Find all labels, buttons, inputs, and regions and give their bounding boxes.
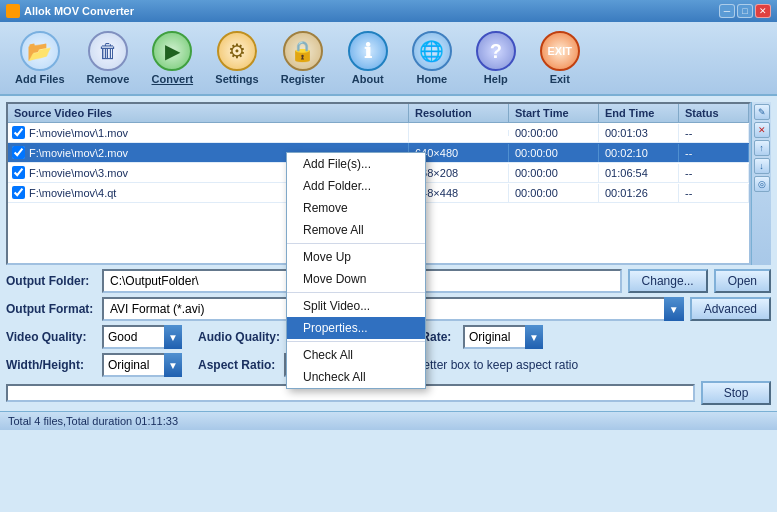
- about-label: About: [352, 73, 384, 85]
- row4-end: 00:01:26: [599, 184, 679, 202]
- file-list-header: Source Video Files Resolution Start Time…: [8, 104, 749, 123]
- status-bar: Total 4 files,Total duration 01:11:33: [0, 411, 777, 430]
- exit-button[interactable]: EXIT Exit: [530, 26, 590, 90]
- row1-path: F:\movie\mov\1.mov: [29, 127, 128, 139]
- open-button[interactable]: Open: [714, 269, 771, 293]
- register-label: Register: [281, 73, 325, 85]
- row2-checkbox[interactable]: [12, 146, 25, 159]
- table-row[interactable]: F:\movie\mov\1.mov 00:00:00 00:01:03 --: [8, 123, 749, 143]
- row1-end: 00:01:03: [599, 124, 679, 142]
- ctx-check-all[interactable]: Check All: [287, 344, 425, 366]
- ctx-properties[interactable]: Properties...: [287, 317, 425, 339]
- row2-path: F:\movie\mov\2.mov: [29, 147, 128, 159]
- home-icon: 🌐: [412, 31, 452, 71]
- exit-icon: EXIT: [540, 31, 580, 71]
- row3-checkbox[interactable]: [12, 166, 25, 179]
- video-quality-select[interactable]: Good: [102, 325, 182, 349]
- row1-resolution: [409, 130, 509, 136]
- move-up-button[interactable]: ↑: [754, 140, 770, 156]
- frame-rate-select[interactable]: Original: [463, 325, 543, 349]
- ctx-split-video[interactable]: Split Video...: [287, 295, 425, 317]
- change-button[interactable]: Change...: [628, 269, 708, 293]
- width-height-wrapper: Original ▼: [102, 353, 182, 377]
- output-format-label: Output Format:: [6, 302, 96, 316]
- settings-button[interactable]: ⚙ Settings: [206, 26, 267, 90]
- row3-path: F:\movie\mov\3.mov: [29, 167, 128, 179]
- add-files-icon: 📂: [20, 31, 60, 71]
- context-menu: Add File(s)... Add Folder... Remove Remo…: [286, 152, 426, 389]
- row1-start: 00:00:00: [509, 124, 599, 142]
- convert-label: Convert: [152, 73, 194, 85]
- exit-label: Exit: [550, 73, 570, 85]
- col-start: Start Time: [509, 104, 599, 122]
- move-down-button[interactable]: ↓: [754, 158, 770, 174]
- row2-status: --: [679, 144, 749, 162]
- advanced-button[interactable]: Advanced: [690, 297, 771, 321]
- add-files-label: Add Files: [15, 73, 65, 85]
- info-button[interactable]: ◎: [754, 176, 770, 192]
- col-resolution: Resolution: [409, 104, 509, 122]
- row3-start: 00:00:00: [509, 164, 599, 182]
- ctx-add-files[interactable]: Add File(s)...: [287, 153, 425, 175]
- maximize-button[interactable]: □: [737, 4, 753, 18]
- width-height-label: Width/Height:: [6, 358, 96, 372]
- video-quality-label: Video Quality:: [6, 330, 96, 344]
- ctx-remove[interactable]: Remove: [287, 197, 425, 219]
- convert-icon: ▶: [152, 31, 192, 71]
- close-button[interactable]: ✕: [755, 4, 771, 18]
- help-label: Help: [484, 73, 508, 85]
- col-end: End Time: [599, 104, 679, 122]
- video-quality-wrapper: Good ▼: [102, 325, 182, 349]
- help-button[interactable]: ? Help: [466, 26, 526, 90]
- help-icon: ?: [476, 31, 516, 71]
- output-folder-label: Output Folder:: [6, 274, 96, 288]
- about-icon: ℹ: [348, 31, 388, 71]
- app-title: Allok MOV Converter: [24, 5, 134, 17]
- ctx-sep3: [287, 341, 425, 342]
- home-button[interactable]: 🌐 Home: [402, 26, 462, 90]
- ctx-move-up[interactable]: Move Up: [287, 246, 425, 268]
- ctx-move-down[interactable]: Move Down: [287, 268, 425, 290]
- row4-status: --: [679, 184, 749, 202]
- audio-quality-label: Audio Quality:: [198, 330, 280, 344]
- row2-start: 00:00:00: [509, 144, 599, 162]
- toolbar: 📂 Add Files 🗑 Remove ▶ Convert ⚙ Setting…: [0, 22, 777, 96]
- register-button[interactable]: 🔒 Register: [272, 26, 334, 90]
- ctx-uncheck-all[interactable]: Uncheck All: [287, 366, 425, 388]
- row3-status: --: [679, 164, 749, 182]
- stop-button[interactable]: Stop: [701, 381, 771, 405]
- title-bar: Allok MOV Converter ─ □ ✕: [0, 0, 777, 22]
- col-status: Status: [679, 104, 749, 122]
- register-icon: 🔒: [283, 31, 323, 71]
- ctx-sep2: [287, 292, 425, 293]
- ctx-sep1: [287, 243, 425, 244]
- file-list-section: Source Video Files Resolution Start Time…: [6, 102, 771, 265]
- row3-end: 01:06:54: [599, 164, 679, 182]
- settings-label: Settings: [215, 73, 258, 85]
- row4-checkbox[interactable]: [12, 186, 25, 199]
- status-text: Total 4 files,Total duration 01:11:33: [8, 415, 178, 427]
- width-height-select[interactable]: Original: [102, 353, 182, 377]
- remove-button[interactable]: 🗑 Remove: [78, 26, 139, 90]
- row2-end: 00:02:10: [599, 144, 679, 162]
- convert-button[interactable]: ▶ Convert: [142, 26, 202, 90]
- settings-icon: ⚙: [217, 31, 257, 71]
- row4-path: F:\movie\mov\4.qt: [29, 187, 116, 199]
- ctx-add-folder[interactable]: Add Folder...: [287, 175, 425, 197]
- delete-button[interactable]: ✕: [754, 122, 770, 138]
- main-area: Source Video Files Resolution Start Time…: [0, 96, 777, 411]
- remove-icon: 🗑: [88, 31, 128, 71]
- col-source: Source Video Files: [8, 104, 409, 122]
- about-button[interactable]: ℹ About: [338, 26, 398, 90]
- app-icon: [6, 4, 20, 18]
- row4-start: 00:00:00: [509, 184, 599, 202]
- aspect-ratio-label: Aspect Ratio:: [198, 358, 278, 372]
- ctx-remove-all[interactable]: Remove All: [287, 219, 425, 241]
- add-files-button[interactable]: 📂 Add Files: [6, 26, 74, 90]
- remove-label: Remove: [87, 73, 130, 85]
- home-label: Home: [416, 73, 447, 85]
- edit-button[interactable]: ✎: [754, 104, 770, 120]
- row1-checkbox[interactable]: [12, 126, 25, 139]
- minimize-button[interactable]: ─: [719, 4, 735, 18]
- side-toolbar: ✎ ✕ ↑ ↓ ◎: [751, 102, 771, 265]
